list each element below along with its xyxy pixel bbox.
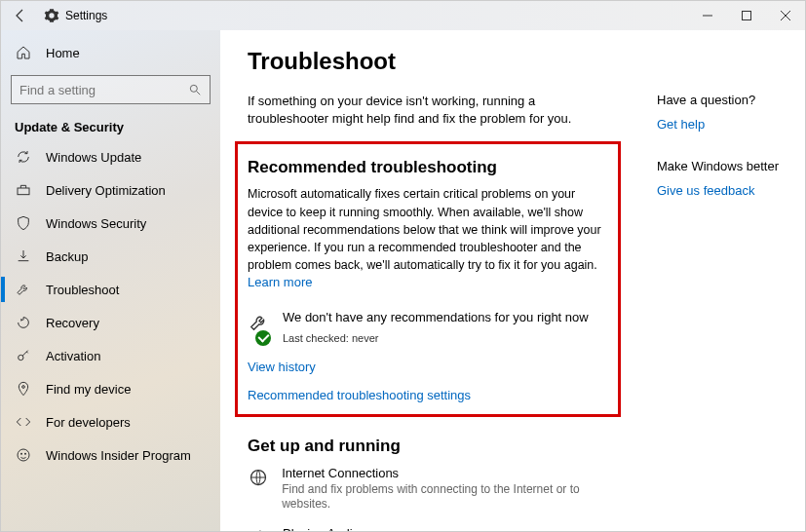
sync-icon xyxy=(15,149,32,165)
check-icon xyxy=(255,330,271,346)
aside-column: Have a question? Get help Make Windows b… xyxy=(657,93,789,531)
sidebar-home[interactable]: Home xyxy=(1,36,220,69)
svg-point-9 xyxy=(18,449,29,461)
sidebar-item-label: For developers xyxy=(46,415,131,430)
svg-point-7 xyxy=(19,355,23,360)
insider-icon xyxy=(15,447,32,463)
sidebar-item-recovery[interactable]: Recovery xyxy=(1,306,220,339)
troubleshooter-desc: Find and fix problems with connecting to… xyxy=(282,482,618,513)
delivery-icon xyxy=(15,182,32,198)
developer-icon xyxy=(15,414,32,430)
globe-icon xyxy=(248,466,268,487)
svg-point-4 xyxy=(190,85,197,92)
sidebar-item-label: Backup xyxy=(46,249,88,264)
view-history-link[interactable]: View history xyxy=(248,360,608,374)
settings-icon xyxy=(44,8,59,23)
svg-rect-6 xyxy=(18,188,29,195)
sidebar-item-label: Windows Security xyxy=(46,216,146,231)
wrench-icon xyxy=(15,282,32,297)
close-button[interactable] xyxy=(766,1,805,30)
sidebar-item-find-my-device[interactable]: Find my device xyxy=(1,372,220,405)
sidebar-item-label: Troubleshoot xyxy=(46,283,119,297)
speaker-icon xyxy=(248,526,269,531)
sidebar-item-label: Activation xyxy=(46,349,100,363)
status-subtitle: Last checked: never xyxy=(283,332,378,344)
back-button[interactable] xyxy=(1,8,40,23)
sidebar-section-header: Update & Security xyxy=(1,112,220,140)
sidebar-item-activation[interactable]: Activation xyxy=(1,339,220,372)
sidebar-item-label: Windows Insider Program xyxy=(46,448,191,463)
wrench-icon xyxy=(248,310,271,333)
sidebar-item-troubleshoot[interactable]: Troubleshoot xyxy=(1,273,220,306)
recommended-desc: Microsoft automatically fixes certain cr… xyxy=(248,187,601,272)
sidebar-item-label: Windows Update xyxy=(46,150,141,165)
svg-rect-1 xyxy=(743,12,751,20)
sidebar-home-label: Home xyxy=(46,46,80,60)
settings-window: Settings Home Update & Security Windows … xyxy=(0,0,806,532)
search-box[interactable] xyxy=(11,75,211,104)
svg-point-8 xyxy=(22,386,25,389)
backup-icon xyxy=(15,248,32,264)
content-column: If something on your device isn't workin… xyxy=(248,93,618,531)
recommended-section-highlight: Recommended troubleshooting Microsoft au… xyxy=(235,141,621,416)
sidebar-item-windows-update[interactable]: Windows Update xyxy=(1,140,220,173)
svg-line-5 xyxy=(197,92,201,95)
sidebar-item-windows-security[interactable]: Windows Security xyxy=(1,207,220,240)
window-title: Settings xyxy=(65,9,107,22)
shield-icon xyxy=(15,215,32,231)
search-input[interactable] xyxy=(19,83,188,97)
getup-heading: Get up and running xyxy=(248,437,618,456)
key-icon xyxy=(15,348,32,363)
recommendation-status: We don't have any recommendations for yo… xyxy=(248,310,608,346)
troubleshooter-title: Playing Audio xyxy=(283,526,494,531)
recovery-icon xyxy=(15,315,32,330)
get-help-link[interactable]: Get help xyxy=(657,117,705,132)
help-heading: Have a question? xyxy=(657,93,789,107)
status-title: We don't have any recommendations for yo… xyxy=(283,310,589,324)
sidebar-item-windows-insider[interactable]: Windows Insider Program xyxy=(1,438,220,472)
sidebar-item-for-developers[interactable]: For developers xyxy=(1,405,220,438)
feedback-heading: Make Windows better xyxy=(657,159,789,173)
minimize-button[interactable] xyxy=(688,1,727,30)
sidebar-item-backup[interactable]: Backup xyxy=(1,240,220,273)
learn-more-link[interactable]: Learn more xyxy=(248,275,312,289)
sidebar-item-label: Find my device xyxy=(46,382,131,397)
recommended-settings-link[interactable]: Recommended troubleshooting settings xyxy=(248,388,608,402)
location-icon xyxy=(15,381,32,397)
sidebar: Home Update & Security Windows Update De… xyxy=(1,30,220,531)
maximize-button[interactable] xyxy=(727,1,766,30)
main-content: Troubleshoot If something on your device… xyxy=(220,30,805,531)
sidebar-item-label: Delivery Optimization xyxy=(46,183,166,198)
search-icon xyxy=(188,83,202,96)
recommended-heading: Recommended troubleshooting xyxy=(248,158,608,177)
titlebar: Settings xyxy=(1,1,805,30)
svg-point-10 xyxy=(20,453,22,455)
give-feedback-link[interactable]: Give us feedback xyxy=(657,183,754,198)
page-title: Troubleshoot xyxy=(248,48,789,75)
sidebar-item-delivery-optimization[interactable]: Delivery Optimization xyxy=(1,173,220,207)
troubleshooter-internet[interactable]: Internet Connections Find and fix proble… xyxy=(248,466,618,513)
svg-point-11 xyxy=(24,453,26,455)
intro-text: If something on your device isn't workin… xyxy=(248,93,618,128)
sidebar-item-label: Recovery xyxy=(46,316,99,330)
home-icon xyxy=(15,45,32,60)
troubleshooter-title: Internet Connections xyxy=(282,466,618,480)
troubleshooter-audio[interactable]: Playing Audio Find and fix problems with… xyxy=(248,526,618,531)
